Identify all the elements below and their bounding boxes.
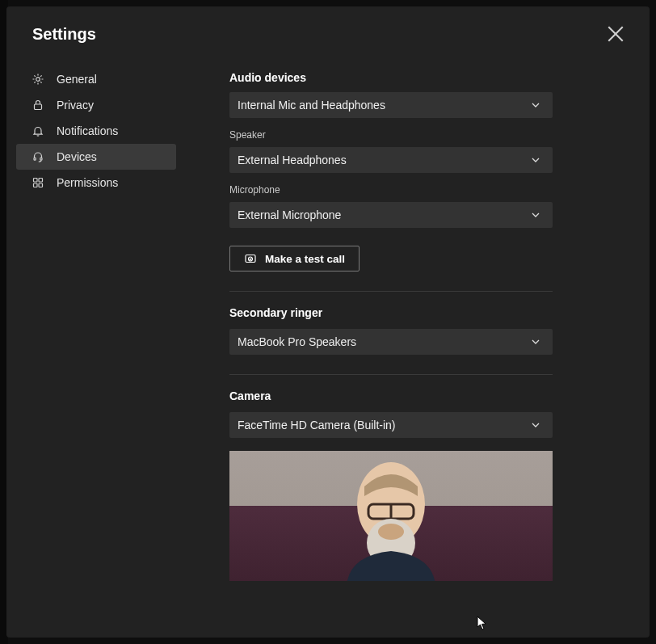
divider [229, 291, 553, 292]
select-value: MacBook Pro Speakers [238, 335, 356, 348]
bell-icon [31, 124, 45, 138]
svg-rect-3 [35, 104, 42, 110]
svg-rect-9 [39, 183, 43, 187]
sidebar-item-label: General [57, 73, 97, 86]
select-value: External Headphones [238, 154, 347, 166]
select-value: Internal Mic and Headphones [238, 99, 385, 112]
chevron-down-icon [530, 209, 541, 221]
button-label: Make a test call [265, 253, 345, 265]
sidebar-item-notifications[interactable]: Notifications [16, 118, 176, 144]
audio-device-select[interactable]: Internal Mic and Headphones [229, 92, 553, 118]
select-value: External Microphone [238, 208, 341, 221]
close-icon [604, 23, 627, 45]
svg-point-2 [36, 78, 40, 82]
chevron-down-icon [530, 154, 541, 166]
section-heading-audio: Audio devices [229, 71, 617, 84]
sidebar-item-label: Devices [57, 150, 97, 163]
sidebar-item-label: Notifications [57, 124, 118, 137]
test-call-icon [244, 252, 257, 265]
field-label-speaker: Speaker [229, 129, 617, 141]
select-value: FaceTime HD Camera (Built-in) [238, 419, 396, 431]
headset-icon [31, 149, 45, 164]
svg-rect-5 [40, 158, 42, 160]
close-button[interactable] [604, 23, 627, 45]
camera-preview-figure [322, 454, 460, 581]
sidebar-item-label: Permissions [57, 176, 118, 189]
sidebar-item-devices[interactable]: Devices [16, 144, 176, 170]
section-heading-secondary-ringer: Secondary ringer [229, 306, 617, 319]
page-title: Settings [32, 25, 96, 44]
chevron-down-icon [530, 336, 541, 347]
svg-rect-7 [39, 179, 43, 183]
microphone-select[interactable]: External Microphone [229, 202, 553, 228]
svg-rect-8 [34, 183, 38, 187]
camera-preview [229, 451, 553, 581]
settings-sidebar: General Privacy Notifi [6, 57, 189, 638]
svg-rect-4 [34, 158, 36, 160]
svg-point-15 [378, 524, 404, 540]
sidebar-item-general[interactable]: General [16, 66, 176, 92]
field-label-microphone: Microphone [229, 184, 617, 196]
chevron-down-icon [530, 419, 541, 431]
lock-icon [31, 98, 45, 112]
make-test-call-button[interactable]: Make a test call [229, 246, 360, 271]
sidebar-item-label: Privacy [57, 99, 94, 112]
camera-select[interactable]: FaceTime HD Camera (Built-in) [229, 412, 553, 438]
settings-content: Audio devices Internal Mic and Headphone… [189, 57, 650, 638]
sidebar-item-permissions[interactable]: Permissions [16, 170, 176, 196]
divider [229, 374, 553, 375]
speaker-select[interactable]: External Headphones [229, 147, 553, 173]
section-heading-camera: Camera [229, 389, 617, 402]
svg-rect-6 [34, 179, 38, 183]
chevron-down-icon [530, 99, 541, 111]
gear-icon [31, 72, 45, 86]
sidebar-item-privacy[interactable]: Privacy [16, 92, 176, 118]
grid-icon [31, 175, 45, 190]
settings-panel: Settings General [6, 6, 650, 638]
secondary-ringer-select[interactable]: MacBook Pro Speakers [229, 329, 553, 355]
